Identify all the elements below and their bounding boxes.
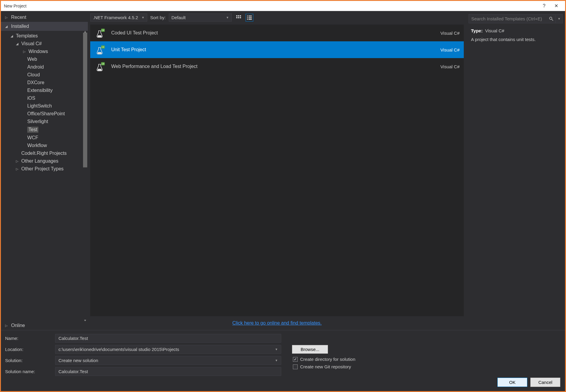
tree-category[interactable]: Test xyxy=(5,125,88,134)
sidebar-installed-label: Installed xyxy=(11,24,29,29)
svg-rect-0 xyxy=(236,15,237,16)
svg-rect-1 xyxy=(238,15,239,16)
tree-visual-csharp[interactable]: ◢ Visual C# xyxy=(5,40,88,48)
search-icon[interactable] xyxy=(547,15,556,23)
scrollbar-thumb[interactable] xyxy=(83,33,87,167)
sidebar-recent[interactable]: ▷ Recent xyxy=(1,13,88,22)
svg-rect-9 xyxy=(249,17,252,18)
close-button[interactable]: ✕ xyxy=(550,3,562,9)
checkbox-unchecked-icon xyxy=(293,364,298,369)
svg-text:C#: C# xyxy=(102,29,104,31)
tree-category[interactable]: Web xyxy=(5,55,88,63)
tree-category[interactable]: Workflow xyxy=(5,142,88,149)
svg-rect-5 xyxy=(240,17,241,18)
search-bar: ▼ xyxy=(469,14,563,23)
template-row[interactable]: C#Coded UI Test ProjectVisual C# xyxy=(90,25,464,41)
svg-text:C#: C# xyxy=(102,63,104,65)
template-language: Visual C# xyxy=(427,64,460,69)
view-icons-button[interactable] xyxy=(235,14,243,22)
chevron-right-icon: ▷ xyxy=(23,50,27,54)
svg-rect-8 xyxy=(247,17,248,18)
title-bar: New Project ? ✕ xyxy=(1,1,565,11)
tree-category[interactable]: WCF xyxy=(5,134,88,142)
center-panel: .NET Framework 4.5.2 ▼ Sort by: Default … xyxy=(88,11,466,330)
online-link-row: Click here to go online and find templat… xyxy=(88,316,466,330)
sidebar-online-label: Online xyxy=(11,323,25,328)
framework-dropdown[interactable]: .NET Framework 4.5.2 ▼ xyxy=(90,13,147,22)
svg-rect-3 xyxy=(236,17,237,18)
template-row[interactable]: C#Unit Test ProjectVisual C# xyxy=(90,41,464,58)
tree-category[interactable]: LightSwitch xyxy=(5,102,88,110)
toolbar: .NET Framework 4.5.2 ▼ Sort by: Default … xyxy=(88,13,466,25)
svg-point-18 xyxy=(550,17,552,19)
search-menu-button[interactable]: ▼ xyxy=(556,17,562,20)
svg-rect-7 xyxy=(249,16,252,16)
cancel-button[interactable]: Cancel xyxy=(530,378,560,387)
template-row[interactable]: C#Web Performance and Load Test ProjectV… xyxy=(90,58,464,75)
tree-category[interactable]: DXCore xyxy=(5,79,88,87)
online-templates-link[interactable]: Click here to go online and find templat… xyxy=(232,320,322,326)
tree-category[interactable]: Android xyxy=(5,63,88,71)
solution-name-input[interactable] xyxy=(55,367,281,376)
solution-name-label: Solution name: xyxy=(5,369,52,374)
new-project-dialog: New Project ? ✕ ▷ Recent ◢ Installed ◢ xyxy=(1,1,565,391)
svg-rect-2 xyxy=(240,15,241,16)
create-directory-checkbox[interactable]: ✓ Create directory for solution xyxy=(293,355,561,363)
svg-rect-10 xyxy=(247,19,248,20)
chevron-right-icon: ▷ xyxy=(16,167,20,171)
type-value: Visual C# xyxy=(485,28,504,33)
tree-category[interactable]: Cloud xyxy=(5,71,88,79)
tree-category[interactable]: Office/SharePoint xyxy=(5,110,88,118)
tree-category[interactable]: Extensibility xyxy=(5,87,88,94)
svg-rect-6 xyxy=(247,16,248,16)
caret-down-icon: ▼ xyxy=(275,348,278,351)
tree-category[interactable]: CodeIt.Right Projects xyxy=(5,149,88,157)
name-input[interactable] xyxy=(55,334,281,343)
sidebar: ▷ Recent ◢ Installed ◢ Templates ◢ xyxy=(1,11,88,330)
window-title: New Project xyxy=(4,4,538,8)
svg-rect-4 xyxy=(238,17,239,18)
test-project-icon: C# xyxy=(94,61,106,72)
sidebar-installed[interactable]: ◢ Installed xyxy=(1,22,88,31)
sidebar-online[interactable]: ▷ Online xyxy=(1,321,88,330)
details-panel: ▼ Type: Visual C# A project that contain… xyxy=(466,11,565,330)
chevron-down-icon: ◢ xyxy=(10,34,15,38)
name-label: Name: xyxy=(5,336,52,341)
type-label: Type: xyxy=(471,28,483,33)
tree-category[interactable]: ▷Other Languages xyxy=(5,157,88,165)
template-language: Visual C# xyxy=(427,47,460,52)
browse-button[interactable]: Browse... xyxy=(292,345,328,354)
caret-down-icon: ▼ xyxy=(142,16,144,19)
sidebar-recent-label: Recent xyxy=(11,15,26,20)
template-name: Unit Test Project xyxy=(111,47,421,52)
solution-label: Solution: xyxy=(5,358,52,363)
create-git-checkbox[interactable]: Create new Git repository xyxy=(293,363,561,370)
tree-templates[interactable]: ◢ Templates xyxy=(5,32,88,40)
solution-dropdown[interactable]: Create new solution ▼ xyxy=(55,356,281,365)
caret-down-icon: ▼ xyxy=(275,359,278,362)
search-input[interactable] xyxy=(469,14,547,23)
template-tree: ◢ Templates ◢ Visual C# ▷WindowsWebAndro… xyxy=(1,31,88,321)
caret-down-icon: ▼ xyxy=(226,16,229,19)
tree-category[interactable]: iOS xyxy=(5,94,88,102)
ok-button[interactable]: OK xyxy=(497,378,527,387)
location-input[interactable]: c:\users\erik\onedrive\documents\visual … xyxy=(55,345,281,354)
tree-category[interactable]: Silverlight xyxy=(5,118,88,125)
chevron-right-icon: ▷ xyxy=(5,324,9,328)
template-description: A project that contains unit tests. xyxy=(471,37,560,42)
scroll-down-icon[interactable]: ▼ xyxy=(83,319,87,321)
test-project-icon: C# xyxy=(94,44,106,55)
help-button[interactable]: ? xyxy=(538,3,550,9)
chevron-right-icon: ▷ xyxy=(5,16,9,19)
template-name: Coded UI Test Project xyxy=(111,30,421,36)
tree-category[interactable]: ▷Other Project Types xyxy=(5,165,88,173)
chevron-down-icon: ◢ xyxy=(16,42,20,46)
view-list-button[interactable] xyxy=(246,14,253,22)
template-name: Web Performance and Load Test Project xyxy=(111,64,421,69)
svg-text:C#: C# xyxy=(102,46,104,48)
checkbox-checked-icon: ✓ xyxy=(293,357,298,362)
tree-category[interactable]: ▷Windows xyxy=(5,48,88,55)
sort-by-label: Sort by: xyxy=(150,15,166,20)
template-list: C#Coded UI Test ProjectVisual C#C#Unit T… xyxy=(90,25,464,316)
sort-dropdown[interactable]: Default ▼ xyxy=(169,13,232,22)
